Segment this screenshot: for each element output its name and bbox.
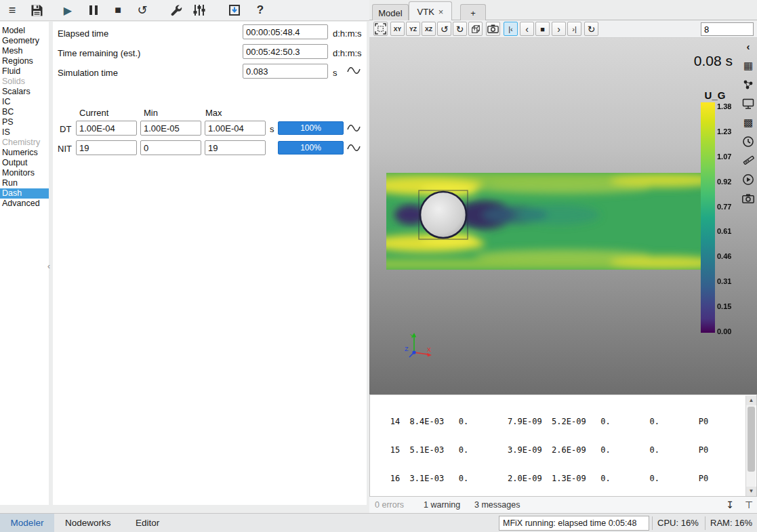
tab-model[interactable]: Model xyxy=(372,4,409,21)
nit-min-field[interactable] xyxy=(140,140,201,155)
scroll-down-arrow[interactable]: ▼ xyxy=(746,487,756,496)
build-button[interactable] xyxy=(165,1,187,20)
mode-tab-nodeworks[interactable]: Nodeworks xyxy=(58,514,118,532)
time-remaining-field[interactable] xyxy=(243,44,328,59)
run-play-button[interactable]: ▶ xyxy=(57,1,79,20)
scroll-thumb[interactable] xyxy=(748,407,755,472)
mode-tab-modeler[interactable]: Modeler xyxy=(0,514,54,532)
status-bar: Modeler Nodeworks Editor MFiX running: e… xyxy=(0,513,757,532)
vtk-side-toolbar: ‹ ▦ ▩ xyxy=(740,39,756,205)
mode-tab-editor[interactable]: Editor xyxy=(129,514,166,532)
column-header-min: Min xyxy=(144,108,158,118)
messages-count[interactable]: 3 messages xyxy=(474,500,520,510)
close-tab-icon[interactable]: × xyxy=(438,7,444,17)
perspective-button[interactable] xyxy=(468,22,483,36)
reset-button[interactable]: ↺ xyxy=(131,1,153,20)
table-icon[interactable]: ▦ xyxy=(741,58,756,73)
sidebar-item-run[interactable]: Run xyxy=(0,178,49,188)
dash-panel: Elapsed time d:h:m:s Time remaining (est… xyxy=(53,22,367,505)
colorbar-tick: 0.31 xyxy=(717,277,731,285)
nit-current-field[interactable] xyxy=(76,140,137,155)
wrench-icon xyxy=(169,3,183,17)
snapshot-button[interactable] xyxy=(486,22,500,36)
sidebar-item-scalars[interactable]: Scalars xyxy=(0,87,49,97)
sidebar-item-monitors[interactable]: Monitors xyxy=(0,168,49,178)
colorbar-tick: 0.00 xyxy=(717,327,731,335)
dt-current-field[interactable] xyxy=(76,121,137,136)
plot-simtime-icon[interactable] xyxy=(347,65,361,76)
last-frame-button[interactable]: ›| xyxy=(567,22,581,36)
scroll-up-arrow[interactable]: ▲ xyxy=(746,396,756,405)
vtk-toolbar: XY YZ XZ ↺ ↻ |‹ ‹ ■ › ›| ↻ xyxy=(369,20,757,38)
loop-playback-button[interactable]: ↻ xyxy=(584,22,598,36)
sidebar-item-numerics[interactable]: Numerics xyxy=(0,148,49,158)
sidebar-item-dash[interactable]: Dash xyxy=(0,188,49,199)
time-history-icon[interactable] xyxy=(741,134,756,148)
vtk-3d-view[interactable]: 0.08 s xyxy=(369,38,757,394)
dt-min-field[interactable] xyxy=(140,121,201,136)
view-yz-button[interactable]: YZ xyxy=(406,22,420,36)
menu-icon: ≡ xyxy=(9,3,16,18)
rotate-right-button[interactable]: ↻ xyxy=(453,22,467,36)
export-workflow-button[interactable] xyxy=(224,1,245,20)
sidebar-item-advanced[interactable]: Advanced xyxy=(0,199,49,209)
previous-frame-button[interactable]: ‹ xyxy=(520,22,534,36)
warnings-count[interactable]: 1 warning xyxy=(424,500,460,510)
elapsed-time-label: Elapsed time xyxy=(58,28,108,39)
nit-max-field[interactable] xyxy=(205,140,266,155)
dt-unit: s xyxy=(270,124,274,134)
splitter-collapse-icon[interactable]: ‹ xyxy=(47,262,50,271)
sidebar-item-fluid[interactable]: Fluid xyxy=(0,66,49,77)
save-button[interactable] xyxy=(26,1,47,20)
nit-progress-bar: 100% xyxy=(278,141,344,155)
dt-max-field[interactable] xyxy=(205,121,266,136)
particles-icon[interactable] xyxy=(741,77,756,91)
console-scrollbar[interactable]: ▲ ▼ xyxy=(745,396,756,496)
nit-row-label: NIT xyxy=(58,144,72,154)
sidebar-item-regions[interactable]: Regions xyxy=(0,56,49,66)
probe-play-icon[interactable] xyxy=(741,172,756,186)
view-xz-button[interactable]: XZ xyxy=(422,22,436,36)
geometry-display-icon[interactable] xyxy=(741,96,756,110)
elapsed-time-field[interactable] xyxy=(243,24,328,39)
rotate-left-button[interactable]: ↺ xyxy=(437,22,451,36)
simulation-time-field[interactable] xyxy=(243,64,328,79)
fit-view-button[interactable] xyxy=(373,22,388,36)
sidebar-item-ic[interactable]: IC xyxy=(0,97,49,107)
help-button[interactable]: ? xyxy=(249,1,271,20)
flow-field-render xyxy=(386,173,701,270)
collapse-panel-icon[interactable]: ‹ xyxy=(741,39,756,54)
parameters-button[interactable] xyxy=(188,1,210,20)
elapsed-time-unit: d:h:m:s xyxy=(333,28,362,39)
scroll-to-bottom-icon[interactable]: ↧ xyxy=(723,498,737,512)
menu-button[interactable]: ≡ xyxy=(1,1,23,20)
stop-button[interactable]: ■ xyxy=(107,1,129,20)
loop-icon: ↻ xyxy=(588,24,596,35)
sidebar-item-ps[interactable]: PS xyxy=(0,117,49,127)
sidebar-item-output[interactable]: Output xyxy=(0,158,49,168)
mesh-cells-icon[interactable]: ▩ xyxy=(741,115,756,129)
screenshot-camera-icon[interactable] xyxy=(741,191,756,205)
view-xy-button[interactable]: XY xyxy=(390,22,405,36)
sidebar-item-mesh[interactable]: Mesh xyxy=(0,46,49,56)
dock-arrow-icon xyxy=(228,3,241,17)
colorbar-tick: 1.23 xyxy=(717,127,731,136)
plot-dt-icon[interactable] xyxy=(347,123,361,134)
tab-add[interactable]: + xyxy=(460,4,486,21)
stop-icon: ■ xyxy=(115,4,121,16)
tab-vtk[interactable]: VTK × xyxy=(409,1,452,21)
add-tab-icon: + xyxy=(470,8,476,18)
first-frame-button[interactable]: |‹ xyxy=(504,22,518,36)
sidebar-item-bc[interactable]: BC xyxy=(0,107,49,117)
slice-tool-icon[interactable] xyxy=(741,153,756,167)
frame-number-field[interactable] xyxy=(701,22,754,36)
next-frame-button[interactable]: › xyxy=(552,22,566,36)
sidebar-item-geometry[interactable]: Geometry xyxy=(0,36,49,46)
pause-button[interactable] xyxy=(83,1,104,20)
stop-playback-button[interactable]: ■ xyxy=(535,22,550,36)
sidebar-item-is[interactable]: IS xyxy=(0,127,49,138)
scroll-to-top-icon[interactable]: ⊤ xyxy=(742,498,756,512)
errors-count[interactable]: 0 errors xyxy=(375,500,404,510)
plot-nit-icon[interactable] xyxy=(347,142,361,153)
sidebar-item-model[interactable]: Model xyxy=(0,26,49,36)
